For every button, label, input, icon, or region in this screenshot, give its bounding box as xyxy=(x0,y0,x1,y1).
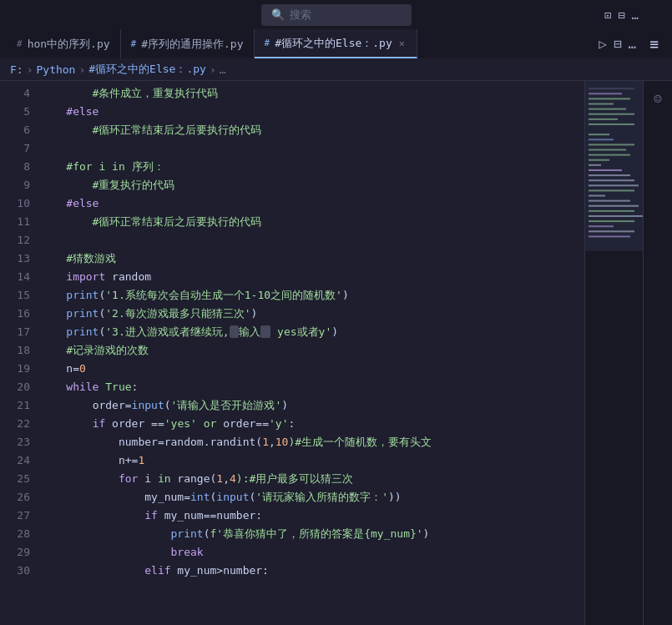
table-row: if my_num==number: xyxy=(40,507,578,525)
table-row: #循环正常结束后之后要执行的代码 xyxy=(40,213,578,231)
breadcrumb-f[interactable]: F: xyxy=(10,63,23,76)
line-number: 25 xyxy=(7,470,30,488)
tab-label: #循环之中的Else：.py xyxy=(275,36,392,51)
table-row: #for i in 序列： xyxy=(40,158,578,176)
breadcrumb-sep2: › xyxy=(78,63,85,76)
tab-icon: # xyxy=(17,38,23,49)
table-row: #猜数游戏 xyxy=(40,249,578,268)
line-number: 9 xyxy=(7,176,30,194)
line-number: 30 xyxy=(7,562,30,580)
line-number: 29 xyxy=(7,543,30,562)
line-number: 26 xyxy=(7,488,30,507)
table-row: n=0 xyxy=(40,360,578,378)
run-button[interactable]: ▷ xyxy=(599,36,607,52)
table-row: my_num=int(input('请玩家输入所猜的数字：')) xyxy=(40,488,578,507)
line-number: 8 xyxy=(7,158,30,176)
tab-close-button[interactable]: ✕ xyxy=(397,36,407,51)
line-number: 13 xyxy=(7,249,30,268)
table-row: #else xyxy=(40,103,578,121)
search-icon: 🔍 xyxy=(271,8,285,21)
layout-button[interactable]: ⊟ xyxy=(614,36,622,52)
titlebar-actions: ▷ ⊟ … ≡ xyxy=(592,35,665,53)
table-row: n+=1 xyxy=(40,451,578,470)
line-number: 22 xyxy=(7,415,30,433)
table-row: print(f'恭喜你猜中了，所猜的答案是{my_num}') xyxy=(40,525,578,543)
minimap-svg xyxy=(585,81,643,625)
table-row: #重复执行的代码 xyxy=(40,176,578,194)
table-row xyxy=(40,139,578,158)
line-number: 27 xyxy=(7,507,30,525)
sidebar-toggle[interactable]: ≡ xyxy=(649,35,659,53)
svg-rect-30 xyxy=(585,81,643,251)
line-number: 16 xyxy=(7,305,30,323)
search-box[interactable]: 🔍 搜索 xyxy=(261,4,412,26)
code-content[interactable]: #条件成立，重复执行代码 #else #循环正常结束后之后要执行的代码 #for… xyxy=(40,84,584,625)
table-row: #记录游戏的次数 xyxy=(40,341,578,360)
table-row: elif my_num>number: xyxy=(40,562,578,580)
breadcrumb-file[interactable]: #循环之中的Else：.py xyxy=(88,62,206,77)
line-numbers: 4567891011121314151617181920212223242526… xyxy=(0,84,40,625)
table-row xyxy=(40,231,578,249)
search-area: 🔍 搜索 ⊡ ⊟ … xyxy=(0,0,672,29)
line-number: 6 xyxy=(7,121,30,139)
table-row: #条件成立，重复执行代码 xyxy=(40,84,578,103)
tab-label: hon中的序列.py xyxy=(28,37,110,52)
run-icon[interactable]: ⊡ xyxy=(604,8,611,22)
table-row: #循环正常结束后之后要执行的代码 xyxy=(40,121,578,139)
table-row: for i in range(1,4):#用户最多可以猜三次 xyxy=(40,470,578,488)
search-placeholder: 搜索 xyxy=(290,8,311,23)
code-area[interactable]: 4567891011121314151617181920212223242526… xyxy=(0,81,584,625)
table-row: break xyxy=(40,543,578,562)
line-number: 20 xyxy=(7,378,30,396)
tab-sequence[interactable]: # #序列的通用操作.py xyxy=(121,29,255,58)
line-number: 10 xyxy=(7,194,30,213)
editor-main: 4567891011121314151617181920212223242526… xyxy=(0,81,584,625)
line-number: 19 xyxy=(7,360,30,378)
line-number: 17 xyxy=(7,323,30,341)
table-row: if order =='yes' or order=='y': xyxy=(40,415,578,433)
tab-hon[interactable]: # hon中的序列.py xyxy=(7,29,121,58)
line-number: 12 xyxy=(7,231,30,249)
tab-label: #序列的通用操作.py xyxy=(141,37,243,52)
more-button[interactable]: … xyxy=(629,36,637,52)
line-number: 18 xyxy=(7,341,30,360)
line-number: 14 xyxy=(7,268,30,286)
tab-loop-else[interactable]: # #循环之中的Else：.py ✕ xyxy=(255,29,417,58)
breadcrumb-more: … xyxy=(220,63,226,76)
table-row: number=random.randint(1,10)#生成一个随机数，要有头文 xyxy=(40,433,578,451)
table-row: print('1.系统每次会自动生成一个1-10之间的随机数') xyxy=(40,286,578,305)
table-row: while True: xyxy=(40,378,578,396)
line-number: 5 xyxy=(7,103,30,121)
line-number: 28 xyxy=(7,525,30,543)
table-row: #else xyxy=(40,194,578,213)
tab-icon: # xyxy=(265,38,270,48)
editor-container: 4567891011121314151617181920212223242526… xyxy=(0,81,672,625)
right-panel: ☺ xyxy=(643,81,672,625)
breadcrumb-python[interactable]: Python xyxy=(36,63,75,76)
smiley-icon[interactable]: ☺ xyxy=(650,88,665,110)
breadcrumb-sep3: › xyxy=(210,63,216,76)
tab-list: # hon中的序列.py # #序列的通用操作.py # #循环之中的Else：… xyxy=(7,29,592,58)
table-row: print('3.进入游戏或者继续玩, 输入 yes或者y') xyxy=(40,323,578,341)
table-row: import random xyxy=(40,268,578,286)
table-row: order=input('请输入是否开始游戏') xyxy=(40,396,578,415)
line-number: 21 xyxy=(7,396,30,415)
line-number: 4 xyxy=(7,84,30,103)
line-number: 15 xyxy=(7,286,30,305)
breadcrumb: F: › Python › #循环之中的Else：.py › … xyxy=(0,58,672,81)
more-icon[interactable]: … xyxy=(632,8,639,22)
line-number: 7 xyxy=(7,139,30,158)
split-icon[interactable]: ⊟ xyxy=(618,8,624,22)
tabs-bar: # hon中的序列.py # #序列的通用操作.py # #循环之中的Else：… xyxy=(0,29,672,58)
minimap[interactable] xyxy=(584,81,643,625)
breadcrumb-sep1: › xyxy=(27,63,33,76)
line-number: 11 xyxy=(7,213,30,231)
line-number: 24 xyxy=(7,451,30,470)
line-number: 23 xyxy=(7,433,30,451)
tab-icon: # xyxy=(131,38,137,49)
table-row: print('2.每次游戏最多只能猜三次') xyxy=(40,305,578,323)
